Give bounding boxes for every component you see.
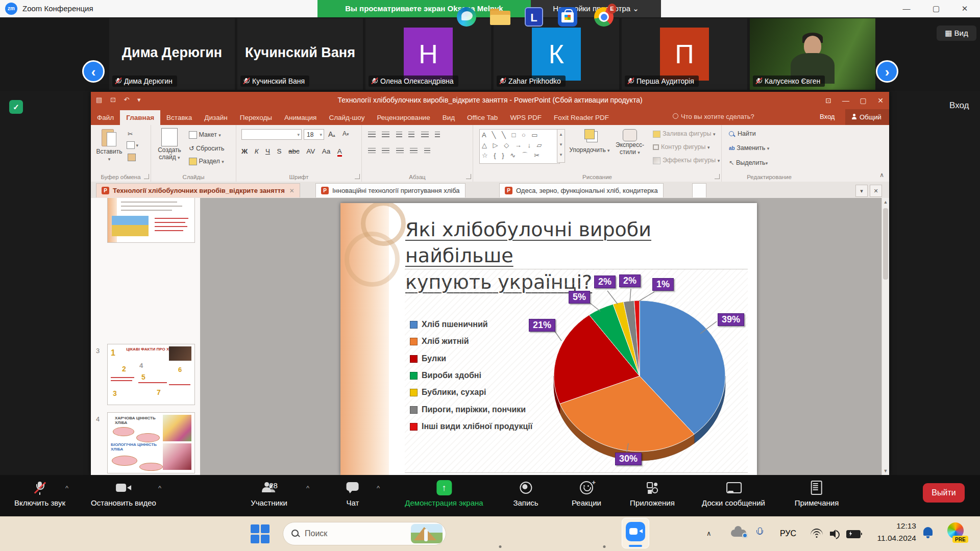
bold-button[interactable]: Ж — [241, 147, 248, 155]
section-button[interactable]: Раздел ▾ — [189, 158, 224, 165]
font-color-button[interactable]: А — [337, 147, 342, 157]
align-right-icon[interactable] — [396, 148, 404, 155]
font-dialog-launcher[interactable] — [355, 174, 360, 179]
wifi-icon[interactable] — [811, 529, 823, 538]
line-spacing-icon[interactable] — [421, 132, 429, 138]
notes-button[interactable]: Примечания — [795, 480, 839, 507]
scroll-up-arrow[interactable]: ▲ — [882, 198, 889, 206]
quick-styles-button[interactable]: Экспресс-стили ▾ — [612, 129, 648, 156]
decrease-indent-icon[interactable] — [396, 132, 402, 138]
bullets-icon[interactable] — [368, 132, 376, 138]
tray-mic-icon[interactable] — [756, 528, 763, 539]
share-screen-button[interactable]: ↑ Демонстрация экрана — [405, 480, 483, 507]
paste-button[interactable]: Вставить ▾ — [95, 128, 124, 162]
video-options-caret[interactable]: ^ — [158, 484, 161, 492]
grow-font-button[interactable]: А▴ — [328, 130, 335, 138]
shape-outline-button[interactable]: Контур фигуры ▾ — [653, 143, 709, 151]
tab-list-dropdown[interactable]: ▾ — [855, 185, 868, 197]
shrink-font-button[interactable]: А▾ — [342, 130, 349, 137]
tab-office-tab[interactable]: Office Tab — [461, 110, 504, 125]
clipboard-dialog-launcher[interactable] — [144, 174, 149, 179]
tab-animations[interactable]: Анимация — [278, 110, 323, 125]
character-spacing-button[interactable]: AV — [306, 147, 315, 155]
taskbar-search[interactable]: Поиск — [283, 522, 446, 545]
taskbar-l-app-icon[interactable]: L — [525, 7, 545, 28]
collapse-ribbon-button[interactable]: ∧ — [879, 171, 884, 179]
ppt-titlebar[interactable]: ▤ ⊡ ↶ ▾ Технології хлібобулочних виробів… — [91, 92, 889, 109]
align-center-icon[interactable] — [382, 148, 389, 155]
replace-button[interactable]: ab Заменить ▾ — [729, 144, 769, 152]
paragraph-dialog-launcher[interactable] — [466, 174, 471, 179]
tell-me-box[interactable]: Что вы хотите сделать? — [673, 113, 754, 120]
legend-item[interactable]: Бублики, сухарі — [410, 388, 486, 397]
tab-insert[interactable]: Вставка — [160, 110, 198, 125]
audio-options-caret[interactable]: ^ — [65, 484, 68, 492]
unmute-button[interactable]: Включить звук — [14, 480, 65, 507]
increase-indent-icon[interactable] — [408, 132, 414, 138]
scroll-down-arrow[interactable]: ▼ — [882, 467, 889, 475]
whiteboards-button[interactable]: Доски сообщений — [702, 480, 765, 507]
taskbar-chrome-icon[interactable]: E — [594, 7, 615, 28]
tab-design[interactable]: Дизайн — [198, 110, 233, 125]
legend-item[interactable]: Булки — [410, 354, 446, 363]
legend-item[interactable]: Пироги, пиріжки, пончики — [410, 405, 526, 414]
slide-thumbnail-3[interactable]: ЦІКАВІ ФАКТИ ПРО ХЛІБ 1 2 4 5 6 3 7 — [107, 344, 195, 405]
participants-options-caret[interactable]: ^ — [306, 484, 309, 492]
battery-icon[interactable] — [846, 530, 861, 538]
chat-button[interactable]: Чат — [347, 480, 359, 507]
shape-effects-button[interactable]: Эффекты фигуры ▾ — [653, 157, 720, 164]
stop-video-button[interactable]: Остановить видео — [91, 480, 156, 507]
document-tab[interactable]: P Технології хлібобулочних виробів_відкр… — [96, 183, 300, 197]
language-indicator[interactable]: РУС — [780, 529, 796, 538]
change-case-button[interactable]: Aa — [322, 147, 331, 155]
reactions-button[interactable]: + Реакции — [572, 480, 601, 507]
video-tile[interactable]: Кучинский Ваня Кучинский Ваня — [237, 18, 363, 90]
text-shadow-button[interactable]: S — [277, 147, 282, 155]
vertical-scrollbar[interactable]: ▲ ▼ — [881, 198, 889, 475]
taskbar-edge-icon[interactable] — [457, 7, 477, 28]
slide-thumbnail-2[interactable] — [107, 198, 195, 243]
shapes-gallery-scroll[interactable]: ▲▼▼ — [557, 129, 565, 163]
arrange-button[interactable]: Упорядочить ▾ — [568, 129, 611, 154]
video-tile[interactable]: Дима Дерюгин Дима Дерюгин — [109, 18, 235, 90]
taskbar-store-icon[interactable] — [558, 7, 578, 28]
ppt-close-button[interactable]: ✕ — [872, 92, 889, 109]
maximize-button[interactable]: ▢ — [922, 0, 950, 17]
drawing-dialog-launcher[interactable] — [715, 174, 720, 179]
ppt-minimize-button[interactable]: — — [837, 92, 854, 109]
slide-thumbnail-4[interactable]: ХАРЧОВА ЦІННІСТЬ ХЛІБА БІОЛОГІЧНА ЦІННІС… — [107, 412, 195, 473]
numbering-icon[interactable] — [382, 132, 389, 138]
tab-review[interactable]: Рецензирование — [371, 110, 436, 125]
share-button[interactable]: Общий доступ — [845, 109, 889, 125]
font-name-combobox[interactable]: ▾ — [241, 129, 302, 140]
legend-item[interactable]: Хліб пшеничний — [410, 320, 488, 329]
notifications-bell-icon[interactable] — [923, 527, 933, 538]
new-slide-button[interactable]: Создать слайд ▾ — [154, 128, 185, 161]
align-left-icon[interactable] — [368, 148, 376, 155]
taskbar-file-explorer-icon[interactable] — [490, 7, 510, 28]
chat-options-caret[interactable]: ^ — [377, 484, 380, 492]
view-button[interactable]: ▦ Вид — [937, 26, 976, 41]
tab-wps-pdf[interactable]: WPS PDF — [504, 110, 548, 125]
participants-button[interactable]: 28 Участники — [251, 480, 287, 507]
close-tab-icon[interactable]: ✕ — [289, 187, 295, 194]
reset-button[interactable]: ↺ Сбросить — [189, 144, 225, 152]
slide-thumbnails-panel[interactable]: 3 ЦІКАВІ ФАКТИ ПРО ХЛІБ 1 2 4 5 6 3 7 4 … — [91, 198, 201, 475]
new-document-tab[interactable] — [692, 183, 706, 197]
minimize-button[interactable]: — — [892, 0, 921, 17]
next-participants-arrow[interactable]: › — [876, 60, 898, 83]
text-direction-icon[interactable] — [435, 132, 440, 138]
underline-button[interactable]: Ч — [265, 147, 270, 155]
shape-fill-button[interactable]: Заливка фигуры ▾ — [653, 130, 715, 138]
hidden-icons-chevron[interactable]: ∧ — [706, 530, 712, 537]
apps-button[interactable]: Приложения — [630, 480, 675, 507]
previous-participants-arrow[interactable]: ‹ — [82, 60, 105, 83]
video-tile[interactable]: Калусенко Євген — [750, 18, 875, 90]
close-all-tabs-button[interactable]: ✕ — [870, 185, 882, 197]
tab-home[interactable]: Главная — [120, 110, 160, 125]
close-button[interactable]: ✕ — [950, 0, 979, 17]
ppt-restore-button[interactable]: ▢ — [854, 92, 872, 109]
volume-icon[interactable] — [830, 530, 841, 538]
font-size-combobox[interactable]: 18▾ — [304, 129, 324, 140]
video-tile[interactable]: Н Олена Олександрівна — [365, 18, 491, 90]
